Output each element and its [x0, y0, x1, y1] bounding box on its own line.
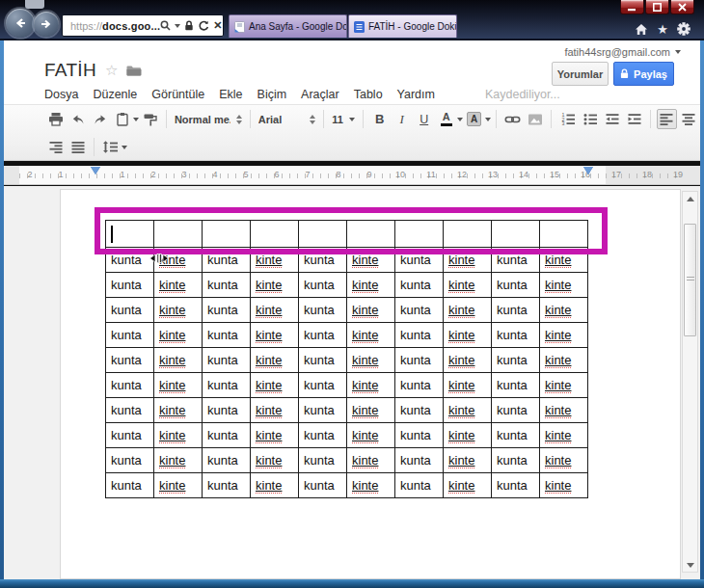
table-cell[interactable]: kinte	[154, 298, 203, 323]
share-button[interactable]: Paylaş	[613, 62, 674, 86]
table-cell[interactable]: kunta	[492, 448, 540, 473]
menu-item-biçim[interactable]: Biçim	[257, 88, 287, 101]
table-cell[interactable]: kinte	[251, 448, 299, 473]
left-indent-marker[interactable]	[91, 167, 100, 174]
table-cell[interactable]: kinte	[251, 323, 299, 348]
menu-item-görüntüle[interactable]: Görüntüle	[151, 88, 204, 101]
justify-button[interactable]	[68, 137, 88, 157]
align-center-button[interactable]	[679, 109, 699, 129]
table-cell[interactable]: kunta	[492, 398, 540, 423]
undo-button[interactable]	[68, 109, 88, 129]
table-cell[interactable]: kinte	[154, 398, 203, 423]
bulleted-list-button[interactable]	[580, 109, 600, 129]
redo-button[interactable]	[90, 109, 110, 129]
scrollbar-thumb[interactable]	[684, 224, 696, 336]
table-cell[interactable]: kunta	[395, 348, 444, 373]
menu-item-araçlar[interactable]: Araçlar	[301, 88, 339, 101]
home-icon[interactable]	[635, 23, 648, 36]
star-document-icon[interactable]: ☆	[105, 62, 118, 79]
comments-button[interactable]: Yorumlar	[552, 62, 609, 86]
table-cell[interactable]: kunta	[299, 298, 347, 323]
folder-icon[interactable]	[126, 65, 142, 77]
table-cell[interactable]: kunta	[203, 398, 251, 423]
align-right-button[interactable]	[45, 137, 66, 157]
table-cell[interactable]: kunta	[395, 448, 444, 473]
table-cell[interactable]: kunta	[299, 323, 347, 348]
table-cell[interactable]: kunta	[106, 323, 154, 348]
table-cell[interactable]: kinte	[154, 273, 203, 298]
table-cell[interactable]: kunta	[492, 423, 540, 448]
table-cell[interactable]: kinte	[347, 448, 395, 473]
table-cell[interactable]: kunta	[106, 373, 154, 398]
table-cell[interactable]: kinte	[540, 448, 588, 473]
line-spacing-button[interactable]	[100, 137, 121, 157]
table-cell[interactable]: kunta	[395, 323, 444, 348]
minimize-button[interactable]	[620, 0, 644, 14]
table-cell[interactable]: kunta	[492, 473, 540, 498]
table-cell[interactable]: kunta	[395, 373, 444, 398]
tab-ana-sayfa[interactable]: Ana Sayfa - Google Dokümanlar	[229, 14, 347, 38]
document-title[interactable]: FATİH	[44, 60, 96, 81]
decrease-indent-button[interactable]	[602, 109, 622, 129]
address-bar[interactable]: https://docs.goo... ✕	[62, 14, 224, 37]
table-cell[interactable]: kunta	[299, 373, 347, 398]
table-cell[interactable]: kunta	[492, 348, 540, 373]
doc-scrollbar[interactable]	[682, 191, 698, 573]
settings-gear-icon[interactable]	[677, 22, 690, 36]
table-cell[interactable]: kunta	[492, 323, 540, 348]
table-cell[interactable]: kunta	[299, 423, 347, 448]
table-cell[interactable]: kinte	[347, 398, 395, 423]
table-cell[interactable]: kinte	[154, 473, 203, 498]
table-cell[interactable]: kunta	[106, 348, 154, 373]
table-cell[interactable]: kunta	[203, 273, 251, 298]
increase-indent-button[interactable]	[624, 109, 644, 129]
table-cell[interactable]: kinte	[347, 473, 395, 498]
font-size-select[interactable]: 11	[329, 109, 358, 129]
table-cell[interactable]: kunta	[492, 373, 540, 398]
table-cell[interactable]: kinte	[444, 448, 492, 473]
text-color-dropdown-icon[interactable]	[457, 118, 463, 121]
forward-button[interactable]	[34, 12, 59, 37]
table-cell[interactable]: kinte	[444, 473, 492, 498]
menu-item-ekle[interactable]: Ekle	[219, 88, 242, 101]
paint-format-button[interactable]	[140, 109, 160, 129]
table-cell[interactable]: kunta	[106, 298, 154, 323]
table-cell[interactable]: kunta	[299, 273, 347, 298]
underline-button[interactable]: U	[414, 109, 434, 129]
scroll-up-button[interactable]	[683, 192, 697, 205]
table-cell[interactable]: kinte	[251, 373, 299, 398]
close-button[interactable]	[670, 0, 694, 14]
table-cell[interactable]: kunta	[299, 473, 347, 498]
table-cell[interactable]: kinte	[251, 423, 299, 448]
table-cell[interactable]: kunta	[106, 273, 154, 298]
table-cell[interactable]: kinte	[347, 423, 395, 448]
text-color-button[interactable]: A	[436, 109, 456, 129]
maximize-button[interactable]	[645, 0, 669, 14]
table-cell[interactable]: kunta	[203, 473, 251, 498]
bold-button[interactable]: B	[369, 109, 390, 129]
table-cell[interactable]: kinte	[154, 373, 203, 398]
table-cell[interactable]: kinte	[154, 423, 203, 448]
insert-link-button[interactable]	[502, 109, 523, 129]
table-cell[interactable]: kunta	[492, 298, 540, 323]
insert-image-button[interactable]	[525, 109, 545, 129]
tab-fatih-active[interactable]: FATİH - Google Dokümanlar ×	[348, 14, 457, 38]
table-cell[interactable]: kinte	[347, 273, 395, 298]
table-cell[interactable]: kunta	[299, 348, 347, 373]
refresh-icon[interactable]	[198, 20, 209, 32]
table-cell[interactable]: kinte	[540, 373, 588, 398]
table-cell[interactable]: kunta	[106, 448, 154, 473]
paste-button[interactable]	[112, 109, 132, 129]
table-cell[interactable]: kinte	[251, 273, 299, 298]
numbered-list-button[interactable]: 123	[557, 109, 578, 129]
table-cell[interactable]: kinte	[154, 323, 203, 348]
table-cell[interactable]: kunta	[299, 398, 347, 423]
table-cell[interactable]: kinte	[444, 373, 492, 398]
favorites-star-icon[interactable]: ★	[657, 23, 668, 36]
table-cell[interactable]: kunta	[203, 423, 251, 448]
table-cell[interactable]: kinte	[444, 348, 492, 373]
table-cell[interactable]: kinte	[444, 423, 492, 448]
table-cell[interactable]: kinte	[540, 398, 588, 423]
table-cell[interactable]: kunta	[395, 473, 444, 498]
table-cell[interactable]: kinte	[251, 348, 299, 373]
